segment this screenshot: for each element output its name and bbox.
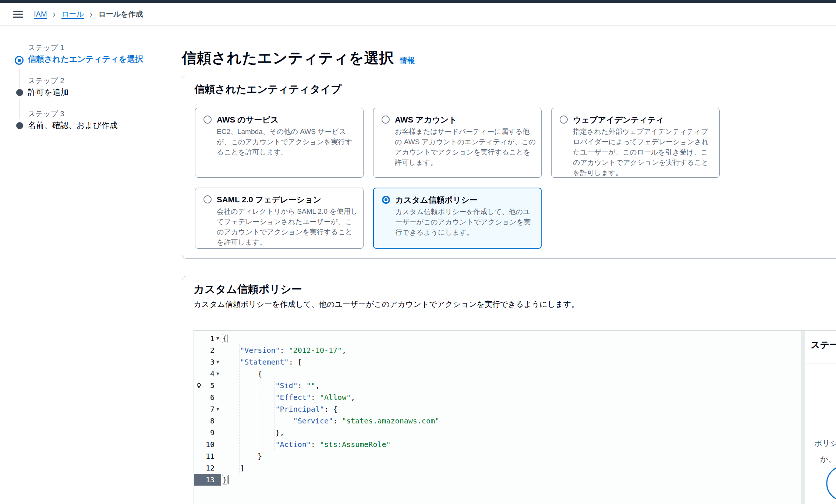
fold-arrow-icon[interactable]: ▼ bbox=[215, 356, 221, 368]
step-connector bbox=[19, 68, 20, 88]
gutter-spacer bbox=[194, 462, 203, 474]
wizard-stepper: ステップ 1 信頼されたエンティティを選択 ステップ 2 許可を追加 ステップ … bbox=[13, 42, 171, 141]
info-link[interactable]: 情報 bbox=[400, 56, 414, 65]
statements-panel: ステートメント ポリシか、 bbox=[805, 330, 836, 504]
line-number: 6 bbox=[203, 391, 215, 403]
step-connector bbox=[19, 99, 20, 119]
hamburger-menu-icon[interactable] bbox=[13, 11, 23, 18]
code-line: 7▼ "Principal": { bbox=[194, 403, 801, 415]
code-text: ] bbox=[221, 462, 801, 474]
radio-icon[interactable] bbox=[203, 116, 212, 124]
gutter-spacer bbox=[215, 474, 221, 486]
gutter-spacer bbox=[194, 368, 203, 380]
policy-json-editor[interactable]: 1▼{2 "Version": "2012-10-17",3▼ "Stateme… bbox=[194, 330, 801, 504]
code-line: 4▼ { bbox=[194, 368, 801, 380]
line-number: 13 bbox=[203, 474, 215, 486]
line-number: 11 bbox=[203, 450, 215, 462]
tile-description: 指定された外部ウェブアイデンティティプロバイダーによってフェデレーションされたユ… bbox=[573, 127, 714, 178]
code-line: 3▼ "Statement": [ bbox=[194, 356, 801, 368]
step-2-title: 許可を追加 bbox=[28, 87, 69, 98]
entity-type-tile[interactable]: AWS アカウントお客様またはサードパーティーに属する他の AWS アカウントの… bbox=[373, 108, 542, 178]
tile-title: AWS アカウント bbox=[395, 114, 457, 125]
entity-type-tile[interactable]: SAML 2.0 フェデレーション会社のディレクトリから SAML 2.0 を使… bbox=[195, 188, 364, 249]
gutter-spacer bbox=[194, 403, 203, 415]
code-line: 13} bbox=[194, 474, 801, 486]
tile-description: お客様またはサードパーティーに属する他の AWS アカウントのエンティティが、こ… bbox=[395, 127, 536, 168]
radio-icon[interactable] bbox=[560, 116, 568, 124]
code-text: } bbox=[221, 474, 801, 486]
breadcrumb: IAM›ロール›ロールを作成 bbox=[0, 3, 836, 26]
gutter-spacer bbox=[215, 391, 221, 403]
section-description: カスタム信頼ポリシーを作成して、他のユーザーがこのアカウントでアクションを実行で… bbox=[194, 299, 579, 309]
line-number: 8 bbox=[203, 415, 215, 427]
divider bbox=[805, 363, 836, 363]
code-line: 8 "Service": "states.amazonaws.com" bbox=[194, 415, 801, 427]
console-top-bar bbox=[0, 0, 836, 3]
line-number: 7 bbox=[203, 403, 215, 415]
entity-type-tile[interactable]: カスタム信頼ポリシーカスタム信頼ポリシーを作成して、他のユーザーがこのアカウント… bbox=[373, 188, 542, 249]
gutter-spacer bbox=[215, 415, 221, 427]
gutter-spacer bbox=[215, 462, 221, 474]
breadcrumb-item[interactable]: ロール bbox=[61, 9, 84, 19]
trusted-entity-type-section: 信頼されたエンティティタイプ AWS のサービスEC2、Lambda、その他の … bbox=[182, 75, 836, 259]
iam-create-role-page: { "breadcrumb": { "items": [ {"label": "… bbox=[0, 0, 836, 504]
line-number: 3 bbox=[203, 356, 215, 368]
step-1-title[interactable]: 信頼されたエンティティを選択 bbox=[28, 54, 143, 65]
line-number: 2 bbox=[203, 344, 215, 356]
code-text: "Statement": [ bbox=[221, 356, 801, 368]
breadcrumb-separator-icon: › bbox=[53, 9, 56, 20]
code-line: 5 "Sid": "", bbox=[194, 380, 801, 391]
breadcrumb-item[interactable]: IAM bbox=[34, 10, 47, 18]
breadcrumb-item: ロールを作成 bbox=[98, 9, 143, 19]
code-text: "Sid": "", bbox=[221, 380, 801, 391]
quick-fix-lightbulb-icon[interactable] bbox=[194, 380, 203, 391]
code-text: } bbox=[221, 450, 801, 462]
code-line: 9 }, bbox=[194, 427, 801, 439]
gutter-spacer bbox=[194, 333, 203, 344]
step-1-indicator bbox=[15, 56, 24, 65]
code-line: 6 "Effect": "Allow", bbox=[194, 391, 801, 403]
step-3-label: ステップ 3 bbox=[28, 109, 64, 119]
statements-empty-text: ポリシ bbox=[814, 438, 836, 448]
text-cursor bbox=[228, 475, 229, 484]
fold-arrow-icon[interactable]: ▼ bbox=[215, 368, 221, 380]
gutter-spacer bbox=[194, 415, 203, 427]
statements-panel-heading: ステートメント bbox=[811, 339, 836, 351]
page-title: 信頼されたエンティティを選択 bbox=[182, 48, 394, 68]
indent-guide bbox=[274, 380, 275, 450]
fold-arrow-icon[interactable]: ▼ bbox=[215, 333, 221, 344]
line-number: 9 bbox=[203, 427, 215, 439]
gutter-spacer bbox=[194, 356, 203, 368]
gutter-spacer bbox=[194, 450, 203, 462]
indent-guide bbox=[239, 344, 240, 474]
fold-arrow-icon[interactable]: ▼ bbox=[215, 403, 221, 415]
tile-title: ウェブアイデンティティ bbox=[573, 114, 664, 125]
code-text: { bbox=[221, 333, 801, 344]
gutter-spacer bbox=[194, 344, 203, 356]
entity-type-tile[interactable]: ウェブアイデンティティ指定された外部ウェブアイデンティティプロバイダーによってフ… bbox=[551, 108, 720, 178]
gutter-spacer bbox=[215, 450, 221, 462]
radio-selected-icon[interactable] bbox=[382, 196, 390, 204]
add-statement-circle-icon[interactable] bbox=[805, 456, 836, 504]
line-number: 12 bbox=[203, 462, 215, 474]
line-number: 1 bbox=[203, 333, 215, 344]
gutter-spacer bbox=[194, 427, 203, 439]
custom-trust-policy-section: カスタム信頼ポリシー カスタム信頼ポリシーを作成して、他のユーザーがこのアカウン… bbox=[182, 276, 836, 504]
line-number: 4 bbox=[203, 368, 215, 380]
code-text: "Service": "states.amazonaws.com" bbox=[221, 415, 801, 427]
entity-type-tile[interactable]: AWS のサービスEC2、Lambda、その他の AWS サービスが、このアカウ… bbox=[195, 108, 364, 178]
gutter-spacer bbox=[194, 391, 203, 403]
tile-description: 会社のディレクトリから SAML 2.0 を使用してフェデレーションされたユーザ… bbox=[217, 206, 358, 248]
line-number: 5 bbox=[203, 380, 215, 391]
step-2-indicator bbox=[16, 89, 23, 96]
tile-title: カスタム信頼ポリシー bbox=[395, 195, 478, 206]
gutter-spacer bbox=[215, 427, 221, 439]
section-heading: カスタム信頼ポリシー bbox=[194, 282, 302, 297]
code-text: "Principal": { bbox=[221, 403, 801, 415]
code-line: 1▼{ bbox=[194, 333, 801, 344]
gutter-spacer bbox=[215, 344, 221, 356]
radio-icon[interactable] bbox=[203, 195, 212, 203]
step-3-title: 名前、確認、および作成 bbox=[28, 120, 118, 131]
radio-icon[interactable] bbox=[382, 116, 390, 124]
editor-panel-splitter[interactable] bbox=[801, 330, 805, 504]
